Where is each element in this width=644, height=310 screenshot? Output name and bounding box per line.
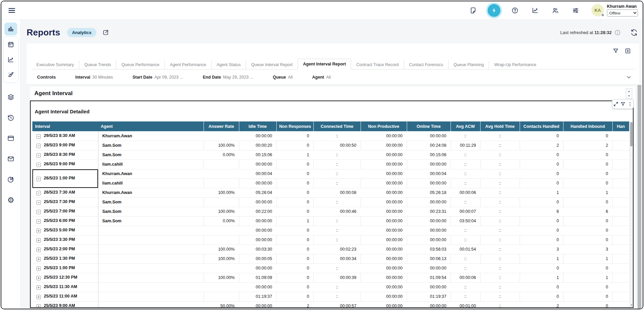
tab-queue-trends[interactable]: Queue Trends xyxy=(79,60,116,69)
collapse-row-icon[interactable]: − xyxy=(36,163,41,167)
expand-row-icon[interactable]: + xyxy=(36,304,41,307)
sidebar-item-design[interactable] xyxy=(4,68,17,81)
table-row[interactable]: −26/5/23 9:00 PMliam.cahill00:00:000::00… xyxy=(32,160,629,169)
table-scrollbar[interactable]: ▼ xyxy=(630,121,633,307)
collapse-row-icon[interactable]: − xyxy=(36,219,41,224)
table-row[interactable]: −25/5/23 7:00 PMSam.Som100.00%00:22:0000… xyxy=(32,207,629,216)
tab-agent-performance[interactable]: Agent Performance xyxy=(164,60,211,69)
table-row[interactable]: −28/5/23 8:30 PMSam.Som0.00%00:15:061::0… xyxy=(32,150,629,160)
tab-agent-interval-report[interactable]: Agent Interval Report xyxy=(298,59,351,69)
filter-icon[interactable] xyxy=(620,101,626,107)
expand-row-icon[interactable]: + xyxy=(36,266,41,271)
tab-wrap-up-performance[interactable]: Wrap-Up Performance xyxy=(489,60,541,69)
collapse-row-icon[interactable]: − xyxy=(36,153,41,158)
sidebar-item-workspace[interactable] xyxy=(4,132,17,145)
filter-start-date[interactable]: Start DateApr 09, 2023 ... xyxy=(132,75,183,80)
collapse-row-icon[interactable]: − xyxy=(36,134,41,139)
table-scroll-down-icon[interactable]: ▼ xyxy=(630,303,633,307)
expand-row-icon[interactable]: + xyxy=(36,248,41,252)
column-header-non_productive[interactable]: Non Productive xyxy=(361,121,407,131)
help-icon[interactable] xyxy=(509,5,521,16)
column-header-online_time[interactable]: Online Time xyxy=(407,121,451,131)
collapse-row-icon[interactable]: − xyxy=(36,210,41,214)
filter-end-date[interactable]: End DateMay 29, 2023 ... xyxy=(203,75,253,80)
expand-icon[interactable] xyxy=(613,101,619,107)
table-row[interactable]: +25/5/23 5:00 PM00:00:000::00:00:0000:00… xyxy=(32,226,629,235)
quick-actions-lightning-icon[interactable] xyxy=(488,4,500,17)
expand-row-icon[interactable]: + xyxy=(36,229,41,233)
column-header-answer_rate[interactable]: Answer Rate xyxy=(204,121,239,131)
page-scrollbar-thumb[interactable] xyxy=(638,85,641,309)
table-row[interactable]: −28/5/23 9:00 PMSam.Som100.00%00:00:2000… xyxy=(32,141,629,150)
status-select[interactable]: Offline xyxy=(607,9,638,17)
filter-icon[interactable] xyxy=(612,48,619,54)
filter-interval[interactable]: Interval30 Minutes xyxy=(75,75,113,80)
sidebar-item-mail[interactable] xyxy=(4,152,17,165)
column-header-interval[interactable]: Interval xyxy=(32,121,98,131)
table-row[interactable]: +25/5/23 9:00 AM50.00%00:00:00200:00:570… xyxy=(32,301,629,307)
table-row[interactable]: +25/5/23 1:30 PM100.00%00:00:05000:00:34… xyxy=(32,254,629,263)
filter-queue[interactable]: QueueAll xyxy=(273,75,293,80)
collapse-row-icon[interactable]: − xyxy=(36,144,41,148)
expand-row-icon[interactable]: + xyxy=(36,238,41,243)
tab-queue-interval-report[interactable]: Queue Interval Report xyxy=(246,60,298,69)
tab-executive-summary[interactable]: Executive Summary xyxy=(31,60,79,69)
sidebar-item-layers[interactable] xyxy=(4,91,17,104)
table-row[interactable]: +25/5/23 12:30 PM100.00%01:09:09000:00:3… xyxy=(32,273,629,282)
table-row[interactable]: −25/5/23 7:30 PMSam.Som00:00:000::00:00:… xyxy=(32,197,629,207)
column-header-non_responses[interactable]: Non Responses xyxy=(276,121,313,131)
table-row[interactable]: −26/5/23 1:00 PMKhurram.Awan00:00:040::0… xyxy=(32,169,629,178)
kebab-menu-icon[interactable] xyxy=(627,102,633,107)
column-header-handled_inbound[interactable]: Handled Inbound xyxy=(563,121,612,131)
notes-icon[interactable] xyxy=(467,5,479,16)
sidebar-item-reports-pie[interactable] xyxy=(4,173,17,186)
chevron-down-icon[interactable] xyxy=(626,74,632,80)
tab-queue-planning[interactable]: Queue Planning xyxy=(448,60,489,69)
table-scrollbar-thumb[interactable] xyxy=(630,122,633,146)
tab-agent-status[interactable]: Agent Status xyxy=(211,60,246,69)
column-header-agent[interactable]: Agent xyxy=(98,121,204,131)
collapse-row-icon[interactable]: − xyxy=(36,200,41,205)
insights-chart-icon[interactable] xyxy=(529,5,541,16)
column-header-avg_hold_time[interactable]: Avg Hold Time xyxy=(480,121,520,131)
expand-row-icon[interactable]: + xyxy=(36,276,41,280)
table-row[interactable]: +25/5/23 2:00 PM100.00%00:03:30000:02:23… xyxy=(32,245,629,254)
table-row[interactable]: −25/5/23 6:00 PMSam.Som0.00%00:00:001::0… xyxy=(32,216,629,226)
external-link-icon[interactable] xyxy=(102,29,109,36)
refresh-icon[interactable] xyxy=(630,29,638,36)
table-row[interactable]: +25/5/23 3:30 PM00:00:000::00:00:0000:00… xyxy=(32,235,629,245)
table-row[interactable]: liam.cahill00:00:000::00:00:0000:00:00::… xyxy=(32,178,629,188)
table-row[interactable]: +25/5/23 11:00 AM01:19:370::00:00:0001:1… xyxy=(32,292,629,301)
column-header-contacts_handled[interactable]: Contacts Handled xyxy=(520,121,563,131)
hamburger-menu-icon[interactable] xyxy=(7,5,17,16)
info-icon[interactable] xyxy=(614,29,621,36)
column-header-handled_clipped[interactable]: Han xyxy=(612,121,629,131)
expand-row-icon[interactable]: + xyxy=(36,257,41,261)
tab-contract-trace-record[interactable]: Contract Trace Record xyxy=(351,60,404,69)
column-header-avg_acw[interactable]: Avg ACW xyxy=(451,121,480,131)
column-header-idle_time[interactable]: Idle Time xyxy=(239,121,276,131)
tab-queue-performance[interactable]: Queue Performance xyxy=(116,60,164,69)
table-row[interactable]: +25/5/23 11:30 AM00:00:000::00:00:0000:0… xyxy=(32,282,629,292)
column-header-connected_time[interactable]: Connected Time xyxy=(313,121,361,131)
tab-contact-forensics[interactable]: Contact Forensics xyxy=(404,60,448,69)
filter-agent[interactable]: AgentAll xyxy=(312,75,331,80)
avatar[interactable]: KA xyxy=(591,4,604,17)
collapse-row-icon[interactable]: − xyxy=(36,191,41,195)
page-scrollbar[interactable] xyxy=(637,85,642,309)
download-icon[interactable] xyxy=(624,48,631,54)
sidebar-item-schedule[interactable] xyxy=(4,38,17,51)
sidebar-item-analytics[interactable] xyxy=(4,23,17,35)
sidebar-item-trends[interactable] xyxy=(4,53,17,66)
table-row[interactable]: +25/5/23 1:00 PM00:00:000::00:00:0000:00… xyxy=(32,263,629,273)
expand-row-icon[interactable]: + xyxy=(36,285,41,290)
table-row[interactable]: −26/5/23 7:30 AMKhurram.Awan100.00%05:26… xyxy=(32,188,629,197)
sidebar-item-settings[interactable]: ⚙ xyxy=(4,194,17,206)
table-row[interactable]: −29/5/23 8:30 AMKhurram.Awan00:00:000::0… xyxy=(32,131,629,141)
sidebar-item-history[interactable] xyxy=(4,111,17,124)
expand-row-icon[interactable]: + xyxy=(36,295,41,299)
collapse-row-icon[interactable]: − xyxy=(36,177,41,181)
scroll-down-icon[interactable]: ▼ xyxy=(626,94,632,99)
scroll-up-icon[interactable]: ▲ xyxy=(626,89,632,94)
contacts-icon[interactable] xyxy=(550,5,561,16)
